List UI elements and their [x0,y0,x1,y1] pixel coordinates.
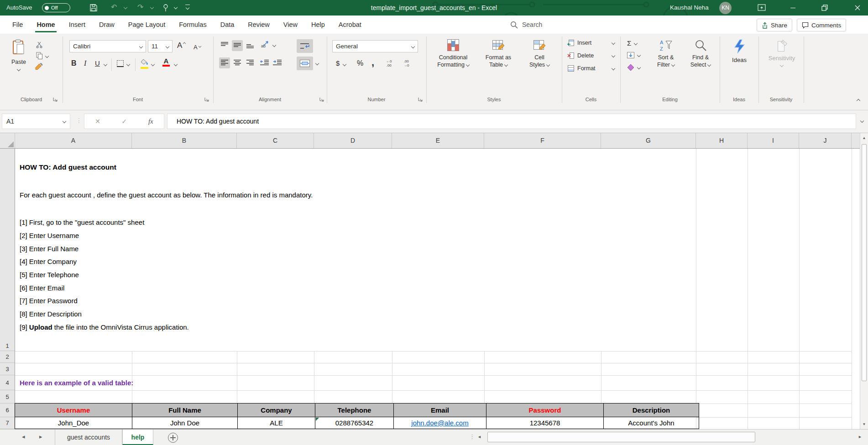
new-sheet-button[interactable] [168,433,178,443]
column-header-j[interactable]: J [799,133,852,148]
column-header-h[interactable]: H [696,133,748,148]
touch-mode-dropdown-icon[interactable] [174,5,178,9]
avatar[interactable]: KN [719,2,732,14]
tab-page-layout[interactable]: Page Layout [121,16,172,34]
borders-dropdown-icon[interactable] [126,62,130,66]
header-cell-company[interactable]: Company [238,404,315,417]
cut-icon[interactable] [36,41,43,48]
column-header-i[interactable]: I [748,133,799,148]
paste-button[interactable]: Paste [6,39,31,71]
number-format-select[interactable]: General [332,40,418,52]
save-icon[interactable] [89,4,98,12]
cell-email-value[interactable]: john.doe@ale.com [394,417,486,429]
row-header-5[interactable]: 5 [0,390,15,404]
header-cell-email[interactable]: Email [394,404,486,417]
clear-button[interactable] [627,64,640,71]
redo-dropdown-icon[interactable] [150,5,154,9]
align-bottom-button[interactable] [245,40,256,51]
header-cell-username[interactable]: Username [15,404,132,417]
currency-dropdown-icon[interactable] [343,62,346,66]
tab-review[interactable]: Review [241,16,277,34]
format-as-table-button[interactable]: Format as Table [478,39,518,68]
ideas-button[interactable]: Ideas [726,39,753,63]
row-header-6[interactable]: 6 [0,404,15,417]
row-header-4[interactable]: 4 [0,375,15,390]
italic-button[interactable]: I [84,59,86,67]
cell-password-value[interactable]: 12345678 [486,417,604,429]
sheet-tab-guest-accounts[interactable]: guest accounts [55,429,122,445]
vertical-scrollbar[interactable]: ▲ ▼ [860,133,868,429]
touch-mode-icon[interactable] [162,4,169,12]
spreadsheet-grid[interactable]: 1 2 3 4 5 6 7 HOW TO: Add guest account … [0,149,860,429]
cell-username-value[interactable]: John_Doe [15,417,132,429]
formula-input[interactable]: HOW TO: Add guest account [167,114,856,129]
expand-formula-bar-icon[interactable] [860,119,864,123]
row-header-1[interactable]: 1 [0,149,15,351]
column-header-f[interactable]: F [484,133,601,148]
select-all-button[interactable] [0,133,15,148]
insert-function-icon[interactable]: fx [148,118,153,125]
shrink-font-button[interactable]: A [193,43,198,51]
column-header-a[interactable]: A [15,133,132,148]
format-painter-icon[interactable] [35,63,43,71]
delete-cells-button[interactable]: Delete [567,52,615,59]
currency-button[interactable]: $ [336,59,340,67]
formula-bar-handle-icon[interactable]: ⋮ [76,117,81,124]
sheet-nav-right-icon[interactable]: ▸ [39,433,42,440]
minimize-button[interactable] [788,3,798,13]
redo-icon[interactable]: ↷ [137,3,143,11]
header-cell-description[interactable]: Description [604,404,699,417]
borders-button-icon[interactable] [117,60,124,67]
close-button[interactable] [852,3,863,13]
sheet-tab-help[interactable]: help [122,429,153,445]
hscroll-right-icon[interactable]: ► [858,435,862,439]
underline-dropdown-icon[interactable] [104,62,107,66]
align-right-button[interactable] [245,57,256,68]
copy-dropdown-icon[interactable] [45,54,49,58]
name-box[interactable]: A1 [2,114,70,129]
increase-decimal-button[interactable]: ←0 .00 [386,59,392,67]
font-dialog-launcher-icon[interactable] [204,97,209,102]
undo-dropdown-icon[interactable] [124,5,127,9]
cell-styles-button[interactable]: Cell Styles [521,39,558,68]
fill-color-button[interactable] [141,58,149,69]
column-header-c[interactable]: C [237,133,314,148]
header-cell-telephone[interactable]: Telephone [315,404,394,417]
tab-help[interactable]: Help [304,16,332,34]
alignment-dialog-launcher-icon[interactable] [319,97,324,102]
autosave-toggle[interactable]: Off [42,3,70,12]
customize-qat-icon[interactable] [185,5,190,5]
collapse-ribbon-icon[interactable] [857,99,860,103]
user-name[interactable]: Kaushal Neha [670,4,709,11]
underline-button[interactable]: U [95,59,100,67]
decrease-decimal-button[interactable]: .00 →0 [403,59,409,67]
decrease-indent-button[interactable] [260,59,269,68]
orientation-dropdown-icon[interactable] [272,43,276,47]
number-dialog-launcher-icon[interactable] [418,97,423,102]
hscroll-left-icon[interactable]: ◄ [477,435,481,439]
font-size-select[interactable]: 11 [148,40,173,52]
scroll-down-icon[interactable]: ▼ [860,422,868,426]
share-button[interactable]: Share [757,19,792,31]
fill-button[interactable] [627,52,640,58]
cell-telephone-value[interactable]: 0288765342 [315,417,394,429]
vertical-scroll-thumb[interactable] [862,144,867,381]
row-header-2[interactable]: 2 [0,351,15,363]
header-cell-password[interactable]: Password [486,404,604,417]
undo-icon[interactable]: ↶ [111,3,117,11]
tab-data[interactable]: Data [214,16,241,34]
ribbon-display-options-icon[interactable] [758,4,766,11]
search-control[interactable]: Search [510,16,542,34]
autosum-button[interactable]: Σ [627,39,637,47]
font-color-button[interactable]: A [162,57,170,67]
cell-company-value[interactable]: ALE [238,417,315,429]
tab-split-handle-icon[interactable]: ⋮ [469,433,475,440]
orientation-button[interactable]: ab [261,40,270,50]
row-header-3[interactable]: 3 [0,363,15,375]
column-header-d[interactable]: D [314,133,392,148]
tab-file[interactable]: File [5,16,30,34]
align-middle-button[interactable] [232,40,243,51]
column-header-e[interactable]: E [392,133,484,148]
horizontal-scroll-thumb[interactable] [487,432,755,442]
confirm-entry-icon[interactable]: ✓ [122,118,127,125]
